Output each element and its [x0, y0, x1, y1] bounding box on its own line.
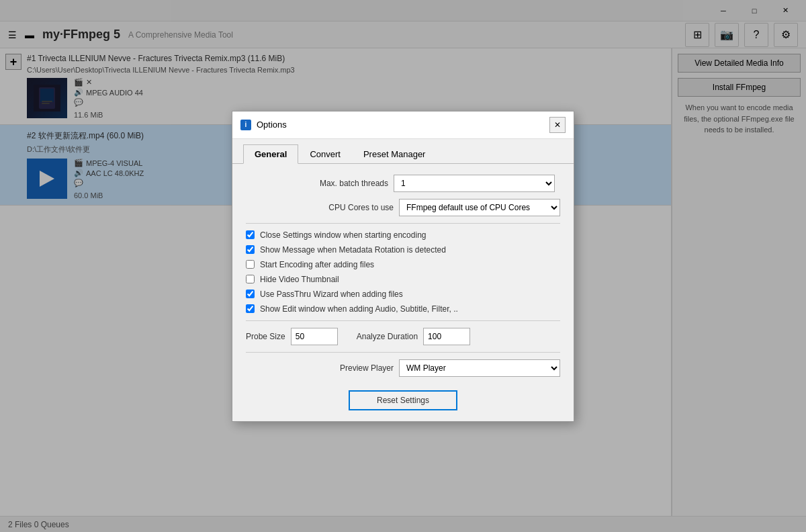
cpu-cores-row: CPU Cores to use FFmpeg default use of C… — [246, 199, 560, 216]
checkbox-passthru-wizard: Use PassThru Wizard when adding files — [246, 290, 560, 299]
checkbox-metadata-rotation-input[interactable] — [246, 245, 255, 254]
checkbox-passthru-wizard-label: Use PassThru Wizard when adding files — [260, 290, 403, 299]
checkbox-start-encoding-input[interactable] — [246, 260, 255, 269]
checkbox-hide-thumbnail: Hide Video Thumbnail — [246, 275, 560, 284]
checkbox-metadata-rotation-label: Show Message when Metadata Rotation is d… — [260, 245, 446, 255]
preview-player-label: Preview Player — [246, 363, 394, 373]
max-batch-threads-label: Max. batch threads — [246, 179, 388, 188]
dialog-body: Max. batch threads 1 2 4 8 CPU Cores to … — [232, 164, 574, 421]
options-dialog: i Options ✕ General Convert Preset Manag… — [232, 111, 574, 422]
dialog-tabs: General Convert Preset Manager — [232, 139, 574, 164]
checkbox-close-settings: Close Settings window when starting enco… — [246, 230, 560, 240]
analyze-duration-label: Analyze Duration — [357, 332, 418, 341]
dialog-title: i Options — [240, 120, 287, 130]
checkbox-show-edit-window: Show Edit window when adding Audio, Subt… — [246, 304, 560, 314]
reset-settings-button[interactable]: Reset Settings — [349, 390, 457, 410]
tab-convert-label: Convert — [310, 149, 341, 159]
checkbox-hide-thumbnail-label: Hide Video Thumbnail — [260, 275, 339, 284]
divider-3 — [246, 352, 560, 353]
max-batch-threads-row: Max. batch threads 1 2 4 8 — [246, 175, 560, 192]
probe-size-label: Probe Size — [246, 332, 285, 341]
checkbox-show-edit-window-label: Show Edit window when adding Audio, Subt… — [260, 304, 458, 314]
analyze-duration-input[interactable] — [423, 328, 470, 345]
tab-preset-manager-label: Preset Manager — [363, 149, 426, 159]
checkbox-start-encoding: Start Encoding after adding files — [246, 260, 560, 269]
checkbox-close-settings-label: Close Settings window when starting enco… — [260, 230, 426, 240]
cpu-cores-select[interactable]: FFmpeg default use of CPU Cores 1 2 4 — [399, 199, 560, 216]
cpu-cores-label: CPU Cores to use — [246, 203, 394, 212]
max-batch-threads-select[interactable]: 1 2 4 8 — [394, 175, 555, 192]
probe-analyze-row: Probe Size Analyze Duration — [246, 328, 560, 345]
tab-general[interactable]: General — [243, 144, 298, 164]
checkbox-close-settings-input[interactable] — [246, 230, 255, 239]
divider-2 — [246, 320, 560, 321]
dialog-titlebar: i Options ✕ — [232, 112, 574, 139]
dialog-icon: i — [240, 120, 251, 130]
preview-player-select[interactable]: WM Player VLC MPV — [399, 359, 560, 377]
modal-overlay: i Options ✕ General Convert Preset Manag… — [0, 0, 806, 532]
dialog-close-button[interactable]: ✕ — [549, 117, 566, 133]
checkbox-passthru-wizard-input[interactable] — [246, 290, 255, 298]
probe-size-input[interactable] — [291, 328, 338, 345]
dialog-title-text: Options — [257, 120, 287, 130]
checkbox-start-encoding-label: Start Encoding after adding files — [260, 260, 374, 269]
checkbox-show-edit-window-input[interactable] — [246, 304, 255, 313]
checkbox-hide-thumbnail-input[interactable] — [246, 275, 255, 283]
tab-convert[interactable]: Convert — [298, 144, 352, 164]
divider-1 — [246, 223, 560, 224]
preview-player-row: Preview Player WM Player VLC MPV — [246, 359, 560, 377]
tab-general-label: General — [255, 149, 287, 159]
tab-preset-manager[interactable]: Preset Manager — [352, 144, 437, 164]
checkbox-metadata-rotation: Show Message when Metadata Rotation is d… — [246, 245, 560, 255]
